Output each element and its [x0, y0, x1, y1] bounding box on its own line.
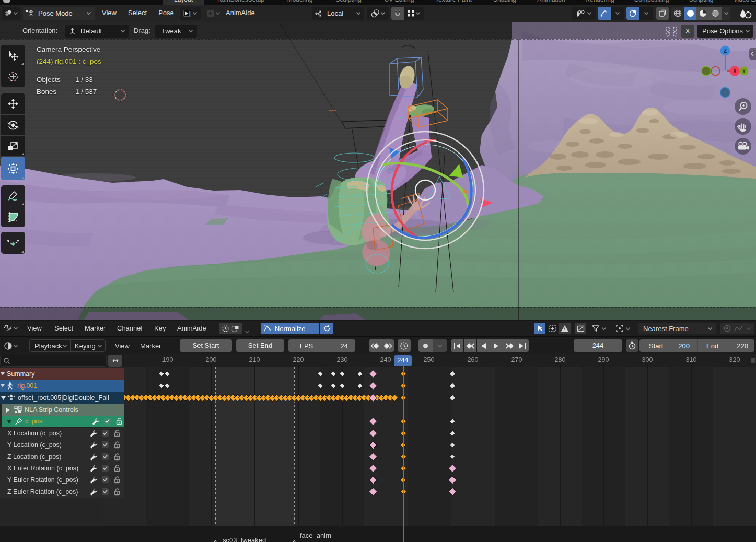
svg-text:Z: Z [724, 48, 727, 54]
svg-text:X: X [733, 68, 737, 74]
svg-text:Y: Y [742, 68, 746, 74]
